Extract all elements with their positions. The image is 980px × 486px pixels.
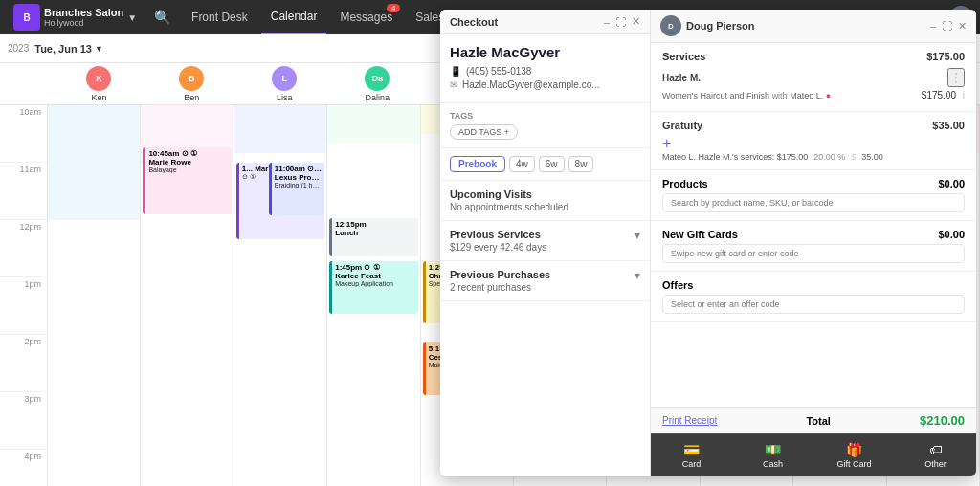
prebook-4w[interactable]: 4w [509, 156, 535, 172]
prebook-row: Prebook 4w 6w 8w [450, 156, 640, 172]
pay-other-button[interactable]: 🏷 Other [895, 433, 976, 476]
prebook-6w[interactable]: 6w [539, 156, 565, 172]
search-button[interactable]: 🔍 [146, 6, 178, 29]
brand-dropdown-icon[interactable]: ▼ [127, 12, 137, 23]
staff-dalina[interactable]: Da Dalina [331, 66, 424, 102]
checkout-footer: Print Receipt Total $210.00 💳 Card 💵 Cas… [651, 407, 976, 476]
products-header: Products $0.00 [662, 178, 965, 189]
prebook-8w[interactable]: 8w [568, 156, 594, 172]
print-receipt-button[interactable]: Print Receipt [662, 415, 717, 426]
staff-ken[interactable]: K Ken [53, 66, 145, 102]
services-section: Services $175.00 Hazle M. ⋮ Women's Hair… [651, 105, 976, 112]
time-10am: 10am [0, 105, 47, 163]
brand-name: Branches Salon [44, 7, 123, 18]
previous-services-content: Previous Services $129 every 42.46 days [450, 229, 546, 253]
offers-section: Offers [651, 272, 976, 322]
time-2pm: 2pm [0, 335, 47, 392]
gratuity-section: Gratuity $35.00 + Mateo L. Hazle M.'s se… [651, 112, 976, 170]
calendar-year: 2023 [8, 43, 29, 54]
pay-giftcard-button[interactable]: 🎁 Gift Card [813, 433, 895, 476]
time-11am: 11am [0, 163, 47, 220]
prebook-section: Prebook 4w 6w 8w [440, 148, 650, 181]
add-gratuity-button[interactable]: + [662, 135, 671, 152]
giftcards-header: New Gift Cards $0.00 [662, 229, 965, 240]
payment-buttons: 💳 Card 💵 Cash 🎁 Gift Card 🏷 [651, 433, 976, 476]
gratuity-amount-value: 35.00 [861, 152, 883, 162]
staff-avatar-ben: B [179, 66, 204, 91]
products-total: $0.00 [938, 178, 965, 189]
previous-purchases-title: Previous Purchases [450, 269, 550, 280]
nav-messages[interactable]: Messages 4 [330, 0, 402, 34]
previous-purchases-content: Previous Purchases 2 recent purchases [450, 269, 550, 293]
gratuity-detail-row: Mateo L. Hazle M.'s services: $175.00 20… [662, 152, 965, 162]
lane-ken[interactable] [48, 105, 141, 486]
add-tag-button[interactable]: ADD TAGS + [450, 124, 518, 140]
total-label: Total [806, 415, 830, 427]
appt-lexus[interactable]: 11:00am ⊙ ① Lexus Prosacco Braiding (1 h… [269, 163, 324, 215]
appt-lunch[interactable]: 12:15pm Lunch [329, 218, 417, 256]
tags-label: Tags [450, 111, 640, 121]
upcoming-visits-section: Upcoming Visits No appointments schedule… [440, 181, 650, 221]
upcoming-visits-content: Upcoming Visits No appointments schedule… [450, 188, 568, 212]
date-dropdown-icon: ▼ [95, 44, 103, 54]
pay-cash-button[interactable]: 💵 Cash [732, 433, 813, 476]
checkout-modal: Checkout – ⛶ ✕ Hazle MacGyver 📱 (405) 55… [440, 105, 976, 476]
nav-calendar[interactable]: Calendar [261, 0, 327, 34]
gratuity-title: Gratuity [662, 120, 702, 131]
gratuity-line-text: Mateo L. Hazle M.'s services: $175.00 [662, 152, 808, 162]
time-3pm: 3pm [0, 392, 47, 450]
upcoming-visits-value: No appointments scheduled [450, 202, 568, 212]
time-12pm: 12pm [0, 220, 47, 277]
previous-services-row: Previous Services $129 every 42.46 days … [450, 229, 640, 253]
giftcards-total: $0.00 [938, 229, 965, 240]
messages-badge: 4 [387, 4, 400, 12]
staff-lisa[interactable]: L Lisa [238, 66, 331, 102]
offers-header: Offers [662, 279, 965, 291]
gratuity-pct: 20.00 % [813, 152, 845, 162]
previous-services-section: Previous Services $129 every 42.46 days … [440, 221, 650, 261]
tags-section: Tags ADD TAGS + [440, 105, 650, 148]
giftcard-input[interactable] [662, 244, 965, 263]
staff-avatar-dalina: Da [365, 66, 390, 91]
products-title: Products [662, 178, 708, 189]
gratuity-separator: $ [851, 152, 856, 162]
card-icon: 💳 [683, 442, 700, 457]
brand-location: Hollywood [44, 18, 123, 28]
prebook-button[interactable]: Prebook [450, 156, 505, 172]
products-section: Products $0.00 [651, 170, 976, 221]
previous-purchases-row: Previous Purchases 2 recent purchases ▾ [450, 269, 640, 293]
appt-karlee[interactable]: 1:45pm ⊙ ① Karlee Feast Makeup Applicati… [329, 261, 417, 314]
lane-ben[interactable]: 10:45am ⊙ ① Marie Rowe Balayage [141, 105, 234, 486]
previous-services-value: $129 every 42.46 days [450, 242, 546, 253]
giftcards-title: New Gift Cards [662, 229, 738, 240]
other-icon: 🏷 [929, 442, 943, 457]
upcoming-visits-row: Upcoming Visits No appointments schedule… [450, 188, 640, 212]
previous-purchases-section: Previous Purchases 2 recent purchases ▾ [440, 261, 650, 301]
products-search-input[interactable] [662, 193, 965, 212]
giftcards-section: New Gift Cards $0.00 [651, 221, 976, 272]
staff-avatar-ken: K [86, 66, 111, 91]
previous-services-title: Previous Services [450, 229, 546, 240]
previous-purchases-expand[interactable]: ▾ [635, 269, 640, 282]
gratuity-total: $35.00 [932, 120, 965, 131]
total-row: Print Receipt Total $210.00 [651, 408, 976, 433]
staff-avatar-lisa: L [272, 66, 297, 91]
offers-input[interactable] [662, 295, 965, 314]
pay-card-button[interactable]: 💳 Card [651, 433, 732, 476]
cash-icon: 💵 [765, 442, 781, 457]
staff-ben[interactable]: B Ben [145, 66, 238, 102]
checkout-left-panel: Checkout – ⛶ ✕ Hazle MacGyver 📱 (405) 55… [440, 105, 651, 476]
nav-frontdesk[interactable]: Front Desk [182, 0, 257, 34]
lane-dalina[interactable]: 12:15pm Lunch 1:45pm ⊙ ① Karlee Feast Ma… [327, 105, 420, 486]
appt-marie-rowe[interactable]: 10:45am ⊙ ① Marie Rowe Balayage [143, 147, 231, 214]
brand-logo[interactable]: B Branches Salon Hollywood ▼ [8, 4, 143, 31]
gratuity-header: Gratuity $35.00 [662, 120, 965, 131]
time-4pm: 4pm [0, 450, 47, 486]
previous-services-expand[interactable]: ▾ [635, 229, 640, 242]
offers-title: Offers [662, 279, 693, 291]
time-column: 10am 11am 12pm 1pm 2pm 3pm 4pm [0, 105, 48, 486]
calendar-date[interactable]: Tue, Jun 13 ▼ [34, 43, 103, 55]
upcoming-visits-title: Upcoming Visits [450, 188, 568, 200]
time-1pm: 1pm [0, 277, 47, 335]
lane-lisa[interactable]: 1... Marie ... ⊙ ① 11:00am ⊙ ① Lexus Pro… [234, 105, 327, 486]
